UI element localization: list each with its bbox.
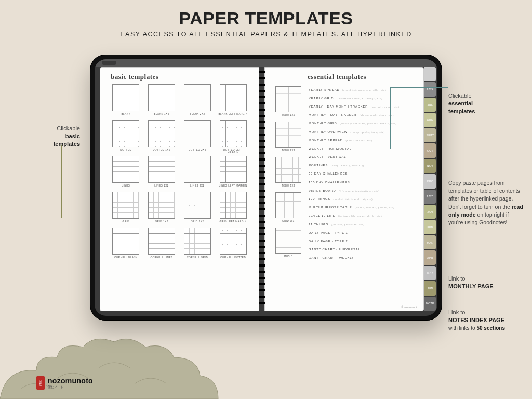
preview-thumbnail[interactable] [275, 192, 301, 218]
sidebar-tab-note[interactable]: NOTE [424, 297, 436, 311]
preview-thumbnail[interactable] [275, 86, 301, 112]
template-thumbnail[interactable] [112, 192, 139, 219]
essential-template-link[interactable]: 100 THINGS (bucket list, travel list, et… [309, 194, 415, 203]
essential-template-sub: (checklist, progress, bills, etc) [342, 89, 387, 91]
preview-template-item[interactable]: GRID 3x1 [272, 192, 304, 222]
sidebar-tab-label: SEPT [426, 134, 434, 137]
sidebar-tab-2025[interactable]: 2025 [424, 190, 436, 204]
sidebar-tab-sept[interactable]: SEPT [424, 128, 436, 142]
template-thumbnail[interactable] [220, 192, 247, 219]
template-thumbnail[interactable] [148, 120, 175, 147]
basic-template-item[interactable]: DOTTED [111, 120, 141, 153]
preview-label: GRID 3x1 [272, 220, 304, 222]
essential-template-link[interactable]: 31 THINGS (journal, gratitude, etc) [309, 220, 415, 228]
essential-template-link[interactable]: VISION BOARD (life goals, inspirations, … [309, 186, 415, 194]
basic-template-item[interactable]: LINES 1X2 [147, 156, 177, 189]
essential-template-link[interactable]: 30 DAY CHALLENGES [309, 169, 415, 178]
sidebar-tab-aug[interactable]: AUG [424, 113, 436, 127]
sidebar-tab-mar[interactable]: MAR [424, 235, 436, 249]
template-thumbnail[interactable] [220, 228, 247, 255]
essential-template-link[interactable]: GANTT CHART - UNIVERSAL [309, 245, 415, 254]
essential-template-link[interactable]: YEARLY GRID (important dates, birthdays,… [309, 94, 415, 102]
sidebar-tab-jan[interactable]: JAN [424, 205, 436, 219]
basic-templates-grid: BLANKBLANK 1X2BLANK 2X2BLANK LEFT MARGIN… [100, 84, 259, 263]
basic-template-item[interactable]: GRID LEFT MARGIN [218, 192, 248, 224]
template-thumbnail[interactable] [112, 84, 139, 111]
basic-template-item[interactable]: LINES LEFT MARGIN [218, 156, 248, 189]
page-right: essential templates TODO 1X2TODO 2X2TODO… [264, 67, 424, 311]
preview-thumbnail[interactable] [275, 228, 301, 254]
sidebar-tab-2024[interactable]: 2024 [424, 82, 436, 96]
preview-template-item[interactable]: TODO 3X2 [272, 157, 304, 187]
template-thumbnail[interactable] [220, 84, 247, 111]
template-thumbnail[interactable] [112, 156, 139, 183]
template-thumbnail[interactable] [148, 228, 175, 255]
basic-template-item[interactable]: DOTTED LEFT MARGIN [218, 120, 248, 153]
basic-template-item[interactable]: LINES [111, 156, 141, 189]
basic-template-item[interactable]: CORNELL DOTTED [218, 228, 248, 260]
template-thumbnail[interactable] [112, 228, 139, 255]
template-thumbnail[interactable] [184, 120, 211, 147]
essential-templates-list: YEARLY SPREAD (checklist, progress, bill… [304, 84, 415, 304]
sidebar-tab-label: JUL [428, 103, 433, 107]
template-thumbnail[interactable] [184, 228, 211, 255]
basic-template-item[interactable]: GRID [111, 192, 141, 224]
basic-template-item[interactable]: BLANK [111, 84, 141, 117]
template-thumbnail[interactable] [184, 192, 211, 219]
tablet-mockup: 2024JULAUGSEPTOCTNOVDEC2025JANFEBMARAPRM… [90, 55, 442, 321]
basic-template-item[interactable]: BLANK LEFT MARGIN [218, 84, 248, 117]
essential-template-link[interactable]: MONTHLY - DAY TRACKER (sleep, work, stud… [309, 111, 415, 119]
essential-template-link[interactable]: GANTT CHART - WEEKLY [309, 254, 415, 262]
essential-template-link[interactable]: DAILY PAGE - TYPE 2 [309, 236, 415, 245]
essential-template-link[interactable]: MONTHLY GRID (monthly overview, planner,… [309, 119, 415, 127]
essential-template-link[interactable]: WEEKLY - HORIZONTAL [309, 144, 415, 152]
template-thumbnail[interactable] [220, 120, 247, 147]
sidebar-tab-dec[interactable]: DEC [424, 174, 436, 188]
essential-template-link[interactable]: YEARLY SPREAD (checklist, progress, bill… [309, 85, 415, 94]
preview-thumbnail[interactable] [275, 122, 301, 148]
essential-template-link[interactable]: ROUTINES (daily, weekly, monthly) [309, 161, 415, 169]
sidebar-tab-label: MAR [427, 241, 434, 244]
template-thumbnail[interactable] [112, 120, 139, 147]
basic-template-item[interactable]: LINES 2X2 [182, 156, 213, 189]
essential-template-link[interactable]: WEEKLY - VERTICAL [309, 153, 415, 161]
sidebar-tab-feb[interactable]: FEB [424, 220, 436, 234]
page-subtitle: EASY ACCESS TO ALL ESSENTIAL PAPERS & TE… [0, 31, 532, 38]
basic-template-item[interactable]: CORNELL BLANK [111, 228, 141, 260]
sidebar-tab-nov[interactable]: NOV [424, 159, 436, 173]
template-thumbnail[interactable] [148, 156, 175, 183]
template-thumbnail[interactable] [184, 84, 211, 111]
basic-template-item[interactable]: CORNELL GRID [182, 228, 213, 260]
essential-template-link[interactable]: MONTHLY SPREAD (habit tracker, etc) [309, 136, 415, 144]
sidebar-tab-icon[interactable] [424, 67, 436, 81]
basic-template-item[interactable]: DOTTED 1X2 [147, 120, 177, 153]
preview-thumbnail[interactable] [275, 157, 301, 183]
basic-template-item[interactable]: GRID 2X2 [182, 192, 213, 224]
sidebar-tab-jul[interactable]: JUL [424, 98, 436, 112]
preview-column: TODO 1X2TODO 2X2TODO 3X2GRID 3x1MUSIC [272, 84, 304, 304]
basic-template-item[interactable]: GRID 1X2 [147, 192, 177, 224]
page-left: basic templates BLANKBLANK 1X2BLANK 2X2B… [100, 67, 259, 311]
preview-template-item[interactable]: TODO 1X2 [272, 86, 304, 116]
basic-template-item[interactable]: DOTTED 2X2 [182, 120, 213, 153]
sidebar-tab-may[interactable]: MAY [424, 266, 436, 280]
sidebar-tab-jun[interactable]: JUN [424, 281, 436, 295]
essential-template-link[interactable]: 100 DAY CHALLENGES [309, 178, 415, 186]
sidebar-tab-oct[interactable]: OCT [424, 143, 436, 157]
essential-template-link[interactable]: MONTHLY OVERVIEW (recap, goals, todo, et… [309, 127, 415, 136]
preview-template-item[interactable]: TODO 2X2 [272, 122, 304, 152]
template-thumbnail[interactable] [148, 192, 175, 219]
template-thumbnail[interactable] [184, 156, 211, 183]
template-thumbnail[interactable] [220, 156, 247, 183]
basic-template-item[interactable]: BLANK 2X2 [182, 84, 213, 117]
essential-template-link[interactable]: DAILY PAGE - TYPE 1 [309, 228, 415, 236]
preview-template-item[interactable]: MUSIC [272, 228, 304, 258]
essential-template-link[interactable]: MULTI PURPOSE TABLE (books, movies, game… [309, 203, 415, 211]
essential-template-link[interactable]: LEVEL 10 LIFE (to track life areas, skil… [309, 211, 415, 220]
template-label: BLANK 1X2 [154, 113, 169, 117]
template-thumbnail[interactable] [148, 84, 175, 111]
essential-template-link[interactable]: YEARLY - DAY MONTH TRACKER (period track… [309, 102, 415, 110]
basic-template-item[interactable]: CORNELL LINES [147, 228, 177, 260]
sidebar-tab-apr[interactable]: APR [424, 250, 436, 264]
basic-template-item[interactable]: BLANK 1X2 [147, 84, 177, 117]
